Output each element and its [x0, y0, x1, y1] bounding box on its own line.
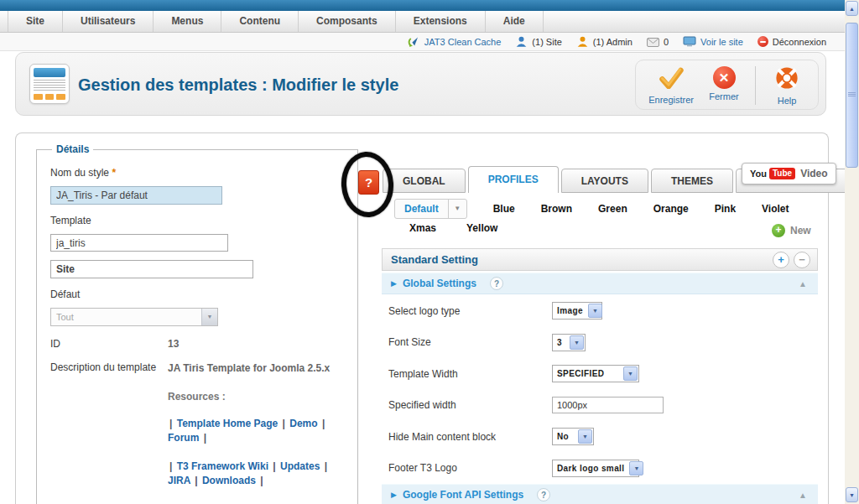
help-badge-icon[interactable]: ? [490, 277, 503, 290]
style-name-input[interactable] [50, 186, 222, 205]
profile-yellow[interactable]: Yellow [466, 222, 497, 234]
save-button[interactable]: Enregistrer [644, 66, 698, 105]
profiles-row-1: Default ▼ Blue Brown Green Orange Pink V… [394, 199, 789, 219]
youtube-video-label: Video [800, 168, 827, 179]
clean-cache-label: JAT3 Clean Cache [424, 37, 502, 47]
expand-collapse-group: + − [773, 252, 810, 268]
collapse-all-button[interactable]: − [794, 252, 810, 268]
link-downloads[interactable]: Downloads [202, 475, 256, 486]
tab-profiles[interactable]: PROFILES [468, 166, 559, 193]
tab-themes[interactable]: THEMES [651, 169, 733, 193]
style-name-label: Nom du style * [50, 167, 346, 179]
hide-main-select[interactable]: No ▼ [552, 428, 594, 445]
footer-logo-select[interactable]: Dark logo small ▼ [552, 460, 639, 477]
link-jira[interactable]: JIRA [168, 475, 190, 486]
font-size-select[interactable]: 3 ▼ [552, 334, 586, 351]
field-row-specified-width: Specified width [382, 390, 818, 422]
default-select[interactable]: Tout ▼ [50, 308, 218, 326]
menu-item-extensions[interactable]: Extensions [396, 11, 486, 32]
admin-sessions-label: (1) Admin [593, 37, 633, 47]
pipe-separator: | [169, 460, 172, 472]
menu-item-composants[interactable]: Composants [299, 11, 396, 32]
triangle-right-icon: ▶ [391, 491, 397, 499]
menu-item-aide[interactable]: Aide [486, 11, 544, 32]
global-settings-fields: Select logo type Image ▼ Font Size 3 ▼ T… [382, 295, 818, 484]
menu-item-menus[interactable]: Menus [154, 11, 221, 32]
field-label: Hide Main content block [388, 431, 552, 443]
link-updates[interactable]: Updates [280, 460, 320, 472]
specified-width-input[interactable] [552, 397, 664, 413]
profile-pink[interactable]: Pink [715, 203, 736, 215]
page-header-panel: Gestion des templates : Modifier le styl… [15, 52, 826, 116]
global-settings-group-header[interactable]: ▶ Global Settings ? ▲ [382, 273, 818, 294]
field-row-hide-main: Hide Main content block No ▼ [382, 421, 818, 453]
google-font-group-header[interactable]: ▶ Google Font API Settings ? ▲ [382, 484, 818, 504]
close-button[interactable]: ✕ Fermer [698, 66, 750, 101]
default-label: Défaut [50, 288, 346, 300]
collapse-arrow-icon[interactable]: ▲ [799, 491, 807, 500]
pipe-separator: | [260, 475, 263, 486]
menu-item-site[interactable]: Site [8, 11, 63, 32]
resources-column: Resources : | Template Home Page | Demo … [168, 391, 340, 488]
tab-layouts[interactable]: LAYOUTS [561, 169, 648, 193]
expand-all-button[interactable]: + [773, 252, 789, 268]
vertical-scrollbar[interactable]: ▲ ▼ [845, 0, 859, 504]
save-label: Enregistrer [648, 95, 694, 105]
link-t3-framework-wiki[interactable]: T3 Framework Wiki [177, 460, 268, 472]
triangle-right-icon: ▶ [391, 279, 397, 288]
footer-logo-value: Dark logo small [553, 464, 628, 473]
clean-cache-link[interactable]: JAT3 Clean Cache [407, 35, 502, 49]
resources-label: Resources : [168, 391, 340, 403]
joomla-admin-screen: Site Utilisateurs Menus Contenu Composan… [0, 0, 859, 504]
profile-green[interactable]: Green [598, 203, 627, 215]
template-width-select[interactable]: SPECIFIED ▼ [552, 365, 639, 382]
pipe-separator: | [283, 418, 285, 429]
field-label: Font Size [388, 336, 552, 348]
new-profile-button[interactable]: + New [772, 224, 811, 237]
logout-button[interactable]: Déconnexion [757, 36, 826, 47]
view-site-link[interactable]: Voir le site [683, 36, 743, 47]
admin-sessions[interactable]: (1) Admin [576, 35, 633, 48]
scroll-down-button[interactable]: ▼ [846, 487, 858, 502]
template-label: Template [50, 215, 346, 226]
pipe-separator: | [322, 418, 325, 429]
t3-help-button[interactable]: ? [358, 170, 379, 195]
link-forum[interactable]: Forum [168, 432, 199, 444]
tab-global[interactable]: GLOBAL [383, 169, 466, 193]
profile-xmas[interactable]: Xmas [409, 222, 436, 234]
chevron-down-icon: ▼ [578, 429, 592, 444]
template-input[interactable] [50, 234, 228, 252]
logo-type-select[interactable]: Image ▼ [552, 302, 602, 320]
view-site-label: Voir le site [700, 37, 743, 47]
font-size-value: 3 [553, 338, 569, 347]
chevron-down-icon: ▼ [623, 366, 638, 381]
youtube-video-button[interactable]: You Tube Video [742, 163, 836, 184]
menu-item-utilisateurs[interactable]: Utilisateurs [63, 11, 154, 32]
top-blue-bar [0, 0, 845, 11]
profile-default-select[interactable]: Default ▼ [394, 199, 467, 219]
scroll-up-button[interactable]: ▲ [846, 1, 858, 16]
profile-violet[interactable]: Violet [762, 203, 789, 215]
logo-type-value: Image [553, 306, 587, 315]
menu-item-contenu[interactable]: Contenu [221, 11, 299, 32]
profile-brown[interactable]: Brown [541, 203, 572, 215]
description-label: Description du template [50, 361, 168, 376]
field-row-template-width: Template Width SPECIFIED ▼ [382, 358, 818, 390]
site-sessions[interactable]: (1) Site [515, 35, 561, 48]
link-demo[interactable]: Demo [289, 418, 317, 429]
pipe-separator: | [195, 475, 197, 486]
template-location-input[interactable] [50, 260, 253, 278]
profile-blue[interactable]: Blue [493, 203, 515, 215]
help-button[interactable]: Help [761, 66, 813, 106]
collapse-arrow-icon[interactable]: ▲ [799, 279, 807, 288]
profile-selected-label: Default [395, 203, 448, 215]
profile-orange[interactable]: Orange [653, 203, 689, 215]
pipe-separator: | [169, 418, 172, 429]
help-badge-icon[interactable]: ? [537, 488, 550, 501]
messages-indicator[interactable]: 0 [647, 37, 669, 47]
details-legend: Détails [52, 143, 93, 155]
hide-main-value: No [553, 432, 577, 441]
link-template-home-page[interactable]: Template Home Page [177, 418, 278, 429]
scrollbar-thumb[interactable] [846, 23, 858, 168]
plus-icon: + [772, 224, 785, 237]
